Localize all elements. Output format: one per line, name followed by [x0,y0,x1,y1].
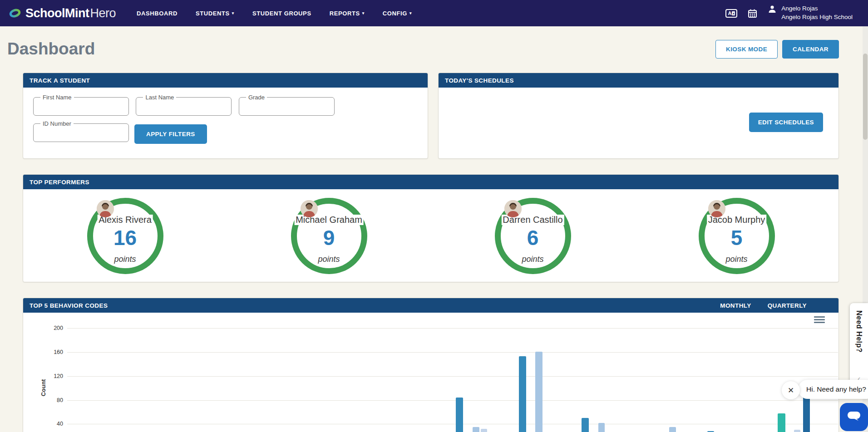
id-number-field[interactable]: ID Number [33,120,129,142]
top-performers-body: Alexis Rivera16pointsMichael Graham9poin… [23,189,838,283]
chat-greeting-text: Hi. Need any help? [806,385,866,393]
user-menu[interactable]: Angelo Rojas Angelo Rojas High School [768,5,853,22]
performer-ring[interactable]: Darren Castillo6points [495,198,571,274]
track-student-form: First Name Last Name Grade ID Number APP… [23,88,428,147]
performer-ring[interactable]: Alexis Rivera16points [87,198,163,274]
chart-bar[interactable] [794,430,800,432]
user-school: Angelo Rojas High School [781,13,853,22]
student-points-value: 5 [705,226,769,250]
points-label: points [705,255,769,264]
schoolmint-logo-icon [8,8,22,19]
chart-gridline [67,352,838,353]
top-performer: Michael Graham9points [227,189,431,283]
points-label: points [501,255,565,264]
dashboard-screen: SchoolMintHero DASHBOARDSTUDENTS▾STUDENT… [0,0,868,432]
tab-monthly[interactable]: MONTHLY [720,302,751,309]
top-performer: Alexis Rivera16points [23,189,227,283]
page-header: Dashboard KIOSK MODE CALENDAR [0,26,868,72]
student-avatar [708,200,725,217]
chart-bar[interactable] [519,356,526,432]
chart-y-tick: 120 [36,373,63,379]
top-performer: Darren Castillo6points [431,189,635,283]
track-student-card: TRACK A STUDENT First Name Last Name Gra… [23,73,428,159]
chart-bar[interactable] [481,429,487,432]
schoolmint-hero-logo[interactable]: SchoolMintHero [8,6,116,20]
performer-ring[interactable]: Michael Graham9points [291,198,367,274]
nav-item-reports[interactable]: REPORTS▾ [330,10,365,17]
top-performers-header: TOP PERFORMERS [23,175,838,189]
chart-bar[interactable] [582,418,589,432]
behavior-codes-title: TOP 5 BEHAVIOR CODES [30,302,108,309]
behavior-codes-card: TOP 5 BEHAVIOR CODES MONTHLY QUARTERLY C… [23,298,839,432]
chat-greeting-bubble[interactable]: Hi. Need any help? [798,380,868,399]
kiosk-mode-button[interactable]: KIOSK MODE [715,40,778,59]
top-performer: Jacob Murphy5points [635,189,838,283]
main-nav-menu: DASHBOARDSTUDENTS▾STUDENT GROUPSREPORTS▾… [137,10,412,17]
grade-label: Grade [246,94,267,101]
last-name-label: Last Name [143,94,176,101]
chart-menu-icon[interactable] [814,316,825,324]
apply-filters-button[interactable]: APPLY FILTERS [134,124,207,144]
chart-y-tick: 80 [36,397,63,403]
nav-item-label: STUDENTS [196,10,230,17]
track-student-row1: First Name Last Name Grade [33,94,418,120]
student-avatar [97,200,114,217]
user-name: Angelo Rojas [781,5,853,13]
chart-bar[interactable] [473,427,479,432]
student-points-value: 6 [501,226,565,250]
need-help-label: Need Help? [855,310,863,353]
last-name-input[interactable] [141,101,227,111]
chart-y-axis-label: Count [40,379,47,397]
points-label: points [93,255,158,264]
page-title: Dashboard [7,39,95,59]
chart-y-tick: 160 [36,349,63,355]
edit-schedules-button[interactable]: EDIT SCHEDULES [749,113,823,132]
user-icon [768,5,777,14]
chat-close-button[interactable]: ✕ [782,381,800,399]
caret-down-icon: ▾ [409,11,412,15]
first-name-field[interactable]: First Name [33,94,129,116]
first-name-input[interactable] [38,101,124,111]
todays-schedules-body: EDIT SCHEDULES [439,88,838,158]
calendar-icon[interactable] [748,9,757,18]
id-number-input[interactable] [38,127,124,137]
nav-item-label: DASHBOARD [137,10,178,17]
chart-gridline [67,400,838,401]
performer-ring[interactable]: Jacob Murphy5points [699,198,775,274]
track-student-header: TRACK A STUDENT [23,73,428,88]
id-number-label: ID Number [40,120,74,127]
student-points-value: 16 [93,226,158,250]
nav-item-student-groups[interactable]: STUDENT GROUPS [252,10,311,17]
user-info: Angelo Rojas Angelo Rojas High School [781,5,853,22]
behavior-codes-header: TOP 5 BEHAVIOR CODES MONTHLY QUARTERLY [23,298,838,313]
chart-bar[interactable] [778,413,785,432]
nav-item-config[interactable]: CONFIG▾ [383,10,412,17]
grade-input[interactable] [244,101,330,111]
todays-schedules-header: TODAY'S SCHEDULES [439,73,838,88]
nav-item-dashboard[interactable]: DASHBOARD [137,10,178,17]
chat-launcher-button[interactable] [840,403,868,431]
chart-y-tick: 40 [36,421,63,427]
close-icon: ✕ [788,386,794,395]
chart-bar[interactable] [535,352,542,432]
tab-quarterly[interactable]: QUARTERLY [768,302,807,309]
behavior-codes-tabs: MONTHLY QUARTERLY [720,302,807,309]
need-help-tab[interactable]: Need Help? ‹ [850,303,868,385]
chart-bar[interactable] [669,427,676,432]
caret-down-icon: ▾ [232,11,234,15]
chart-bar[interactable] [456,398,463,432]
nav-item-label: CONFIG [383,10,407,17]
first-name-label: First Name [40,94,74,101]
grade-field[interactable]: Grade [239,94,335,116]
chart-bar[interactable] [598,423,605,432]
nav-item-label: REPORTS [330,10,360,17]
caret-down-icon: ▾ [362,11,365,15]
last-name-field[interactable]: Last Name [136,94,232,116]
nav-item-label: STUDENT GROUPS [252,10,311,17]
scrollbar-thumb[interactable] [863,54,868,140]
brand-name: SchoolMintHero [25,6,116,20]
calendar-button[interactable]: CALENDAR [782,40,839,59]
chart-gridline [67,376,838,377]
nav-item-students[interactable]: STUDENTS▾ [196,10,234,17]
translate-icon[interactable]: Ax [725,9,737,18]
